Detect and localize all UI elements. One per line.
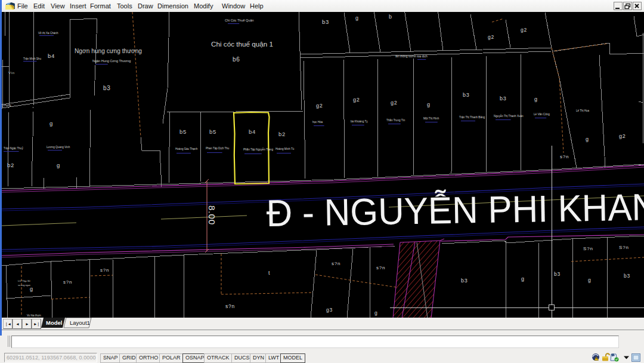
svg-text:Thần Trung Tín: Thần Trung Tín	[386, 119, 405, 122]
svg-text:b3: b3	[463, 92, 470, 98]
svg-text:so ong ngan: so ong ngan	[18, 284, 30, 287]
svg-text:t: t	[268, 270, 270, 276]
svg-text:b6: b6	[233, 56, 240, 63]
svg-text:g2: g2	[619, 133, 626, 139]
svg-text:Phan Tập Dịch Thu: Phan Tập Dịch Thu	[206, 147, 230, 150]
svg-text:b3: b3	[461, 278, 468, 284]
svg-text:Lương Quang Vinh: Lương Quang Vinh	[47, 146, 70, 149]
svg-text:b4: b4	[48, 53, 55, 59]
svg-text:s?n: s?n	[225, 303, 235, 309]
svg-text:g: g	[374, 310, 378, 316]
svg-text:s?n: s?n	[332, 261, 340, 266]
svg-text:g: g	[588, 277, 592, 283]
svg-text:Lê Thị Hoa: Lê Thị Hoa	[576, 109, 589, 112]
svg-text:g: g	[586, 136, 589, 142]
svg-text:g chung: g chung	[2, 104, 11, 107]
svg-text:Phần Tập Nguyễn Trang: Phần Tập Nguyễn Trang	[243, 147, 273, 151]
svg-text:b3: b3	[103, 85, 111, 91]
svg-text:g2: g2	[521, 27, 527, 33]
svg-text:Vo hia thum: Vo hia thum	[27, 314, 41, 317]
svg-text:b2: b2	[7, 162, 14, 168]
svg-text:S?n: S?n	[583, 246, 593, 251]
svg-text:Lê Văn Công: Lê Văn Công	[534, 113, 550, 116]
svg-text:Trận Minh Shu: Trận Minh Shu	[23, 57, 41, 60]
svg-text:g3: g3	[326, 307, 333, 313]
svg-text:g: g	[57, 162, 60, 168]
svg-text:b: b	[389, 14, 392, 20]
svg-text:S?n: S?n	[619, 245, 629, 250]
svg-text:Model: Model	[46, 319, 62, 326]
svg-text:b5: b5	[179, 128, 187, 135]
svg-text:b3: b3	[322, 19, 329, 25]
svg-text:g: g	[427, 101, 431, 107]
svg-text:Trận Thị Thanh Băng: Trận Thị Thanh Băng	[459, 116, 485, 119]
svg-text:g: g	[30, 286, 33, 292]
svg-text:g2: g2	[391, 100, 398, 106]
svg-text:b3: b3	[624, 273, 630, 279]
svg-text:Chi Cóc Thuế Quận: Chi Cóc Thuế Quận	[225, 19, 254, 22]
svg-text:g2: g2	[488, 34, 494, 40]
svg-text:8.00: 8.00	[207, 205, 217, 225]
svg-text:g: g	[49, 120, 53, 127]
svg-text:Ngận Hung Cơng Thương: Ngận Hung Cơng Thương	[92, 59, 131, 63]
svg-text:học Hòa: học Hòa	[312, 121, 323, 124]
svg-text:b3: b3	[500, 96, 507, 101]
svg-text:s?n: s?n	[100, 267, 109, 273]
svg-text:Võ thị Xa Chánh: Võ thị Xa Chánh	[38, 32, 58, 35]
svg-text:Hoàng Sáu Thạnh: Hoàng Sáu Thạnh	[175, 147, 198, 150]
svg-text:g: g	[355, 15, 359, 21]
svg-text:Ngơn hung cưng thương: Ngơn hung cưng thương	[75, 48, 142, 54]
svg-text:b2: b2	[278, 131, 286, 137]
svg-text:Đ - NGUYỄN PHI KHANH: Đ - NGUYỄN PHI KHANH	[266, 185, 644, 234]
svg-text:b5: b5	[209, 128, 216, 135]
svg-text:g: g	[534, 96, 538, 102]
svg-text:g2: g2	[316, 103, 323, 109]
svg-text:Trận Ngậc Thuỷ: Trận Ngậc Thuỷ	[4, 146, 23, 150]
svg-text:Hoàng Minh Tú: Hoàng Minh Tú	[275, 147, 295, 150]
svg-text:LƯ Tập 30: LƯ Tập 30	[18, 279, 30, 282]
svg-text:b3: b3	[554, 271, 561, 277]
svg-text:lần thống luưnh toạ dịch: lần thống luưnh toạ dịch	[395, 54, 428, 58]
svg-text:Vin: Vin	[8, 71, 15, 75]
svg-text:s?n: s?n	[560, 154, 569, 159]
svg-text:Một Thị Hình: Một Thị Hình	[423, 117, 439, 120]
svg-text:s?n: s?n	[376, 265, 385, 270]
svg-text:g2: g2	[353, 97, 360, 103]
svg-text:Nguyễn Thị Thanh Xuân: Nguyễn Thị Thanh Xuân	[494, 114, 524, 118]
svg-text:b4: b4	[249, 128, 256, 135]
svg-text:bà Khoáng Tỵ: bà Khoáng Tỵ	[351, 120, 368, 123]
svg-text:s?n: s?n	[63, 279, 72, 285]
svg-text:g: g	[521, 276, 525, 282]
svg-text:Chi cóc thuế quận 1: Chi cóc thuế quận 1	[211, 41, 273, 48]
svg-text:Layout1: Layout1	[70, 319, 90, 326]
